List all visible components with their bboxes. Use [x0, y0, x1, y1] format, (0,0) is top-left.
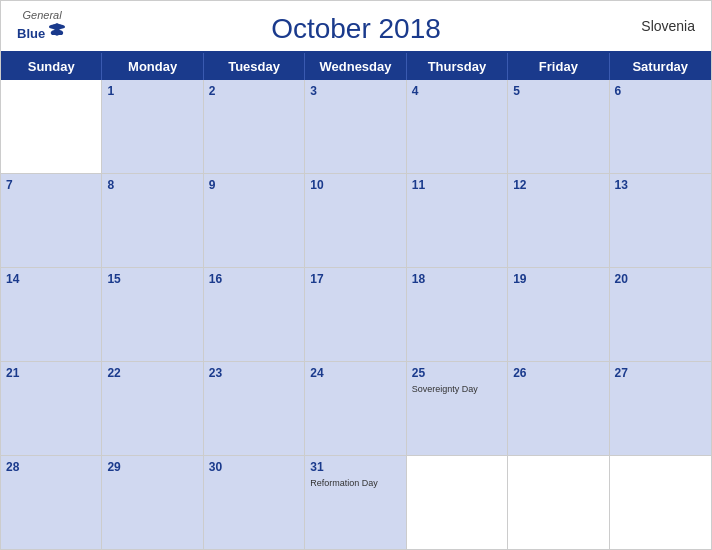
- day-number: 12: [513, 177, 603, 194]
- day-number: 19: [513, 271, 603, 288]
- day-cell: 23: [204, 362, 305, 455]
- day-cell: [508, 456, 609, 549]
- day-header-tuesday: Tuesday: [204, 53, 305, 80]
- logo: General Blue: [17, 9, 67, 46]
- day-cell: 9: [204, 174, 305, 267]
- calendar: General Blue October 2018 Slovenia Sunda…: [0, 0, 712, 550]
- day-cell: 29: [102, 456, 203, 549]
- day-number: 18: [412, 271, 502, 288]
- day-cell: 17: [305, 268, 406, 361]
- day-cell: 28: [1, 456, 102, 549]
- day-number: 29: [107, 459, 197, 476]
- day-number: 5: [513, 83, 603, 100]
- day-cell: 26: [508, 362, 609, 455]
- day-cell: 1: [102, 80, 203, 173]
- day-cell: 6: [610, 80, 711, 173]
- day-number: 10: [310, 177, 400, 194]
- day-number: 25: [412, 365, 502, 382]
- day-cell: [610, 456, 711, 549]
- day-header-thursday: Thursday: [407, 53, 508, 80]
- day-number: 13: [615, 177, 706, 194]
- week-row-1: 78910111213: [1, 174, 711, 268]
- day-cell: 20: [610, 268, 711, 361]
- day-cell: 12: [508, 174, 609, 267]
- day-cell: 31Reformation Day: [305, 456, 406, 549]
- day-number: 21: [6, 365, 96, 382]
- day-cell: 13: [610, 174, 711, 267]
- day-header-monday: Monday: [102, 53, 203, 80]
- day-cell: 4: [407, 80, 508, 173]
- day-cell: 19: [508, 268, 609, 361]
- day-number: 3: [310, 83, 400, 100]
- week-row-2: 14151617181920: [1, 268, 711, 362]
- day-number: 17: [310, 271, 400, 288]
- day-cell: 27: [610, 362, 711, 455]
- day-header-wednesday: Wednesday: [305, 53, 406, 80]
- week-row-4: 28293031Reformation Day: [1, 456, 711, 549]
- day-number: 28: [6, 459, 96, 476]
- day-number: 30: [209, 459, 299, 476]
- calendar-header: General Blue October 2018 Slovenia: [1, 1, 711, 51]
- day-number: 27: [615, 365, 706, 382]
- day-cell: 25Sovereignty Day: [407, 362, 508, 455]
- day-headers: SundayMondayTuesdayWednesdayThursdayFrid…: [1, 53, 711, 80]
- day-cell: 7: [1, 174, 102, 267]
- day-cell: 11: [407, 174, 508, 267]
- day-number: 26: [513, 365, 603, 382]
- week-row-0: 123456: [1, 80, 711, 174]
- weeks-container: 1234567891011121314151617181920212223242…: [1, 80, 711, 549]
- month-title: October 2018: [271, 13, 441, 45]
- day-number: 4: [412, 83, 502, 100]
- day-header-sunday: Sunday: [1, 53, 102, 80]
- day-cell: 30: [204, 456, 305, 549]
- day-number: 20: [615, 271, 706, 288]
- day-number: 9: [209, 177, 299, 194]
- day-cell: 10: [305, 174, 406, 267]
- day-cell: 18: [407, 268, 508, 361]
- day-number: 31: [310, 459, 400, 476]
- day-number: 8: [107, 177, 197, 194]
- day-number: 23: [209, 365, 299, 382]
- day-number: 14: [6, 271, 96, 288]
- day-cell: 22: [102, 362, 203, 455]
- day-number: 7: [6, 177, 96, 194]
- day-cell: 2: [204, 80, 305, 173]
- logo-blue: Blue: [17, 26, 45, 41]
- day-header-saturday: Saturday: [610, 53, 711, 80]
- day-number: 15: [107, 271, 197, 288]
- country-label: Slovenia: [641, 18, 695, 34]
- day-cell: 21: [1, 362, 102, 455]
- day-number: 16: [209, 271, 299, 288]
- day-number: 24: [310, 365, 400, 382]
- day-cell: 14: [1, 268, 102, 361]
- day-cell: 24: [305, 362, 406, 455]
- day-cell: [407, 456, 508, 549]
- day-number: 1: [107, 83, 197, 100]
- calendar-grid: SundayMondayTuesdayWednesdayThursdayFrid…: [1, 51, 711, 549]
- logo-general: General: [23, 9, 62, 21]
- week-row-3: 2122232425Sovereignty Day2627: [1, 362, 711, 456]
- day-number: 2: [209, 83, 299, 100]
- day-cell: 16: [204, 268, 305, 361]
- day-cell: 15: [102, 268, 203, 361]
- holiday-name: Reformation Day: [310, 478, 400, 490]
- day-cell: [1, 80, 102, 173]
- day-number: 11: [412, 177, 502, 194]
- day-number: 6: [615, 83, 706, 100]
- day-cell: 3: [305, 80, 406, 173]
- day-cell: 8: [102, 174, 203, 267]
- day-header-friday: Friday: [508, 53, 609, 80]
- day-number: 22: [107, 365, 197, 382]
- logo-bird-icon: [47, 21, 67, 46]
- day-cell: 5: [508, 80, 609, 173]
- holiday-name: Sovereignty Day: [412, 384, 502, 396]
